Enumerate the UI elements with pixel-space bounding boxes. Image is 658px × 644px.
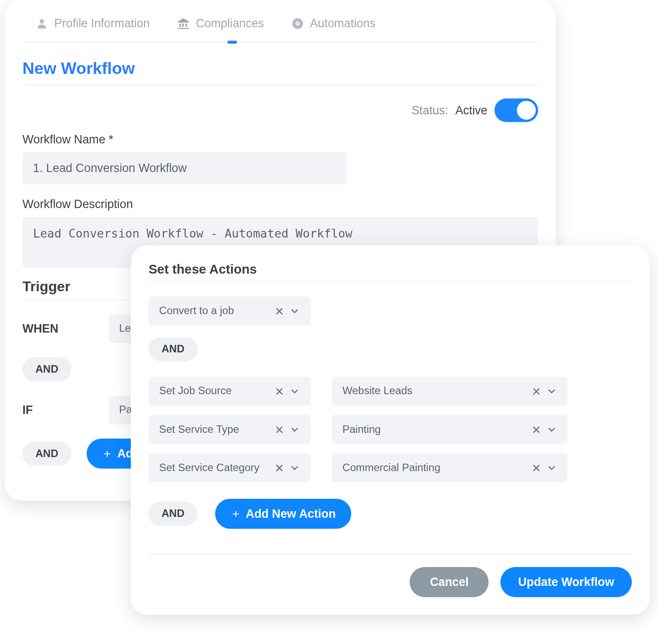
action-select-service-category[interactable]: Set Service Category xyxy=(149,453,311,482)
chevron-down-icon[interactable] xyxy=(546,386,557,396)
tab-label: Profile Information xyxy=(54,17,150,30)
tab-automations[interactable]: Automations xyxy=(291,12,376,42)
plus-icon xyxy=(102,448,113,459)
status-value: Active xyxy=(455,103,487,117)
chevron-down-icon[interactable] xyxy=(546,462,557,473)
workflow-desc-label: Workflow Description xyxy=(22,198,538,211)
add-action-button[interactable]: Add New Action xyxy=(215,499,351,529)
page-title: New Workflow xyxy=(22,59,538,85)
toggle-knob xyxy=(517,101,536,120)
status-toggle[interactable] xyxy=(494,99,538,122)
chevron-down-icon[interactable] xyxy=(289,462,300,473)
workflow-name-input[interactable] xyxy=(22,152,347,185)
if-label: IF xyxy=(22,403,93,417)
actions-panel: Set these Actions Convert to a job AND S… xyxy=(131,245,649,615)
chevron-down-icon[interactable] xyxy=(289,424,300,435)
tabs: Profile Information Compliances Automati… xyxy=(22,12,538,43)
gear-icon xyxy=(291,17,304,29)
action-label: Set Service Type xyxy=(159,423,267,435)
close-icon[interactable] xyxy=(274,462,285,473)
and-pill[interactable]: AND xyxy=(22,357,71,381)
chevron-down-icon[interactable] xyxy=(289,306,300,316)
status-label: Status: xyxy=(412,103,448,117)
action-label: Set Job Source xyxy=(159,385,267,397)
tab-profile[interactable]: Profile Information xyxy=(35,12,150,42)
and-pill-actions-2[interactable]: AND xyxy=(149,501,197,526)
tab-label: Compliances xyxy=(196,17,264,30)
action-value-service-type[interactable]: Painting xyxy=(332,415,567,444)
close-icon[interactable] xyxy=(274,306,285,316)
action-value-service-category[interactable]: Commercial Painting xyxy=(332,453,567,482)
close-icon[interactable] xyxy=(531,462,541,473)
workflow-name-label: Workflow Name * xyxy=(22,133,538,146)
svg-point-3 xyxy=(297,22,299,24)
when-label: WHEN xyxy=(22,322,93,336)
action-label: Set Service Category xyxy=(159,461,267,474)
and-pill[interactable]: AND xyxy=(22,442,71,466)
action-value: Painting xyxy=(343,423,524,435)
tab-label: Automations xyxy=(310,17,376,30)
update-workflow-button[interactable]: Update Workflow xyxy=(501,567,632,597)
tab-compliances[interactable]: Compliances xyxy=(177,12,264,42)
action-value-job-source[interactable]: Website Leads xyxy=(332,377,567,406)
close-icon[interactable] xyxy=(274,424,285,435)
footer-buttons: Cancel Update Workflow xyxy=(149,567,632,597)
button-label: Add New Action xyxy=(246,507,336,520)
action-value: Website Leads xyxy=(343,385,524,397)
and-pill-actions-1[interactable]: AND xyxy=(149,337,197,361)
close-icon[interactable] xyxy=(531,424,541,435)
tab-indicator xyxy=(227,40,237,44)
action-row-3: Set Service Category Commercial Painting xyxy=(149,453,632,482)
chevron-down-icon[interactable] xyxy=(289,386,300,396)
action-label: Convert to a job xyxy=(159,305,267,317)
plus-icon xyxy=(230,509,241,519)
chevron-down-icon[interactable] xyxy=(546,424,557,435)
status-row: Status: Active xyxy=(22,99,538,122)
actions-title: Set these Actions xyxy=(149,262,632,282)
bank-icon xyxy=(177,17,190,29)
cancel-button[interactable]: Cancel xyxy=(410,567,489,597)
close-icon[interactable] xyxy=(274,386,285,396)
action-select-service-type[interactable]: Set Service Type xyxy=(149,415,311,444)
action-row-2: Set Service Type Painting xyxy=(149,415,632,444)
person-icon xyxy=(35,17,48,29)
action-value: Commercial Painting xyxy=(343,461,524,474)
action-select-convert[interactable]: Convert to a job xyxy=(149,296,311,326)
close-icon[interactable] xyxy=(531,386,541,396)
action-select-job-source[interactable]: Set Job Source xyxy=(149,377,311,406)
footer-divider xyxy=(149,553,632,554)
svg-point-0 xyxy=(40,19,44,23)
action-row-1: Set Job Source Website Leads xyxy=(149,377,632,406)
